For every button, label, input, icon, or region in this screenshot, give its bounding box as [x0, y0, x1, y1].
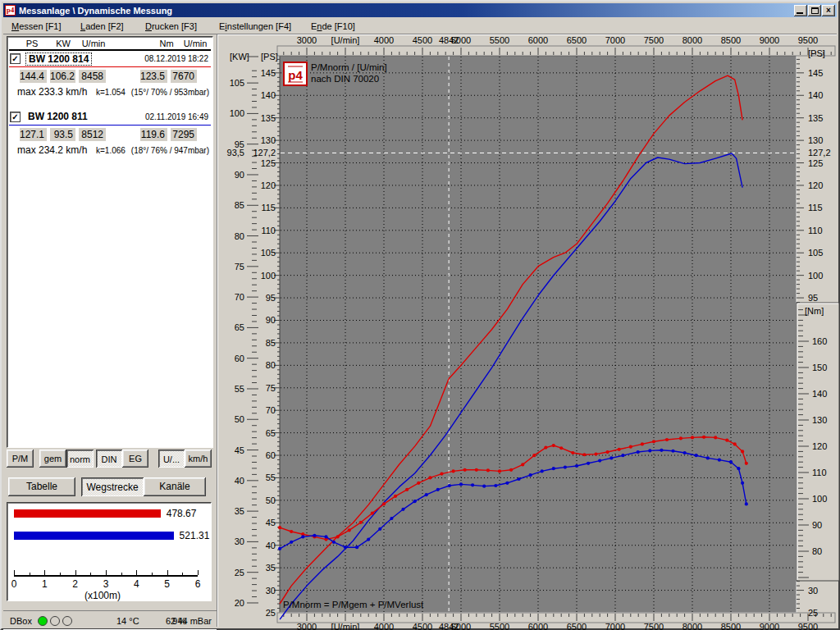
curve-marker — [718, 459, 721, 462]
chart-subtitle: nach DIN 70020 — [311, 74, 379, 84]
run-name[interactable]: BW 1200 814 — [25, 52, 92, 66]
crosshair-ps-value: 127,2 — [253, 148, 276, 158]
distance-tick-label: 3 — [103, 578, 109, 590]
kw-tick-label: 85 — [235, 200, 244, 210]
run-kfactor: k=1.066 — [96, 146, 126, 155]
curve-marker — [695, 454, 698, 457]
ps-tick-label-right: 140 — [808, 90, 823, 100]
x-tick-label: 9500 — [798, 622, 818, 630]
x-tick-label: 9500 — [798, 35, 818, 45]
run-value-ps: 144.4 — [20, 70, 47, 83]
run-value-rpm: 8512 — [79, 128, 106, 141]
status-led-on — [38, 616, 48, 626]
run-vmax: max 233.3 km/h — [17, 86, 87, 98]
curve-marker — [571, 451, 574, 454]
menu-item-laden[interactable]: Laden [F2] — [79, 20, 126, 33]
view-button-kanäle[interactable]: Kanäle — [144, 477, 206, 496]
curve-marker — [413, 500, 417, 503]
ps-tick-label-right: 100 — [808, 271, 823, 281]
ps-tick-label-right: 110 — [808, 226, 823, 235]
run-entry[interactable]: ✓ BW 1200 811 02.11.2019 16:49 127.1 93.… — [7, 111, 212, 168]
curve-marker — [440, 472, 443, 476]
x-tick-label: 5500 — [490, 622, 509, 630]
curve-marker — [290, 530, 293, 533]
nm-tick-label: 90 — [812, 520, 822, 530]
curve-marker — [359, 521, 363, 524]
run-list: PS KW U/min Nm U/min ✓ BW 1200 814 08.12… — [7, 36, 213, 448]
crosshair-rpm-label: 4842 — [439, 622, 459, 630]
ps-tick-label-right: 120 — [808, 180, 823, 190]
curve-marker — [741, 482, 744, 485]
curve-marker — [679, 436, 682, 440]
curve-marker — [737, 467, 740, 470]
curve-marker — [641, 442, 644, 445]
unit-button-kmh[interactable]: km/h — [185, 450, 212, 468]
curve-marker — [552, 467, 555, 470]
minimize-button[interactable] — [794, 5, 807, 16]
unit-button-din[interactable]: DIN — [96, 450, 122, 468]
ps-tick-label: 115 — [261, 203, 276, 212]
distance-bar-red — [14, 509, 161, 518]
run-checkbox[interactable]: ✓ — [10, 112, 21, 122]
status-temperature: 14 °C — [116, 616, 139, 626]
kw-tick-label: 20 — [235, 598, 244, 608]
chart-logo-text: p4 — [288, 68, 303, 82]
x-tick-label: 8500 — [721, 622, 741, 630]
run-value-ps: 127.1 — [20, 128, 47, 141]
curve-marker — [621, 454, 624, 457]
close-button[interactable]: × — [822, 5, 835, 16]
curve-marker — [745, 502, 748, 505]
unit-button-norm[interactable]: norm — [66, 450, 94, 468]
run-value-nm: 119.6 — [140, 128, 167, 141]
unit-button-eg[interactable]: EG — [122, 450, 148, 468]
curve-marker — [382, 502, 386, 505]
view-button-tabelle[interactable]: Tabelle — [8, 477, 75, 496]
run-date: 08.12.2019 18:22 — [144, 54, 208, 63]
curve-marker — [541, 469, 544, 472]
unit-button-u[interactable]: U/... — [158, 450, 185, 468]
curve-marker — [463, 468, 467, 472]
x-tick-label: 3000 — [297, 35, 317, 45]
run-checkbox[interactable]: ✓ — [10, 53, 21, 64]
close-icon: × — [826, 6, 831, 15]
curve-marker — [367, 538, 370, 541]
menu-item-drucken[interactable]: Drucken [F3] — [144, 20, 199, 33]
ps-tick-label: 145 — [261, 68, 276, 78]
status-led-off — [50, 616, 60, 626]
menu-item-messen[interactable]: Messen [F1] — [10, 20, 63, 33]
window-title: Messanlage \ Dynamische Messung — [19, 6, 793, 16]
maximize-button[interactable] — [808, 5, 821, 16]
nm-tick-label: 140 — [812, 389, 827, 399]
ps-axis-unit-right: [PS] — [808, 48, 825, 58]
kw-tick-label: 75 — [235, 262, 244, 272]
run-entry[interactable]: ✓ BW 1200 814 08.12.2019 18:22 144.4 106… — [7, 52, 212, 110]
curve-marker — [459, 482, 463, 486]
ps-tick-label: 75 — [266, 383, 276, 393]
ps-tick-label: 95 — [266, 293, 276, 303]
curve-marker — [691, 436, 694, 439]
column-header-ps: PS — [26, 39, 39, 48]
run-value-kw: 106.2 — [50, 70, 75, 83]
curve-marker — [371, 512, 374, 515]
curve-marker — [482, 485, 486, 488]
title-bar[interactable]: p4 Messanlage \ Dynamische Messung × — [3, 3, 837, 17]
distance-value-blue: 521.31 — [180, 530, 210, 541]
curve-marker — [598, 459, 601, 463]
view-button-wegstrecke[interactable]: Wegstrecke — [81, 477, 144, 496]
x-tick-label: [U/min] — [331, 35, 360, 45]
chart-title: P/Mnorm / [U/min] — [311, 62, 387, 72]
run-name[interactable]: BW 1200 811 — [25, 111, 90, 122]
distance-tick-label: 5 — [164, 578, 170, 590]
unit-button-pm[interactable]: P/M — [7, 450, 34, 468]
ps-tick-label-right: 105 — [808, 248, 823, 258]
x-tick-label: 6000 — [528, 622, 548, 630]
curve-marker — [521, 463, 524, 466]
menu-item-ende[interactable]: Ende [F10] — [309, 20, 357, 33]
curve-marker — [532, 454, 536, 457]
unit-button-gem[interactable]: gem — [39, 450, 66, 468]
menu-item-einstellungen[interactable]: Einstellungen [F4] — [217, 20, 293, 33]
curve-marker — [378, 527, 381, 531]
x-tick-label: 7500 — [644, 622, 664, 630]
ps-tick-label: 140 — [261, 90, 276, 100]
curve-marker — [745, 462, 748, 465]
